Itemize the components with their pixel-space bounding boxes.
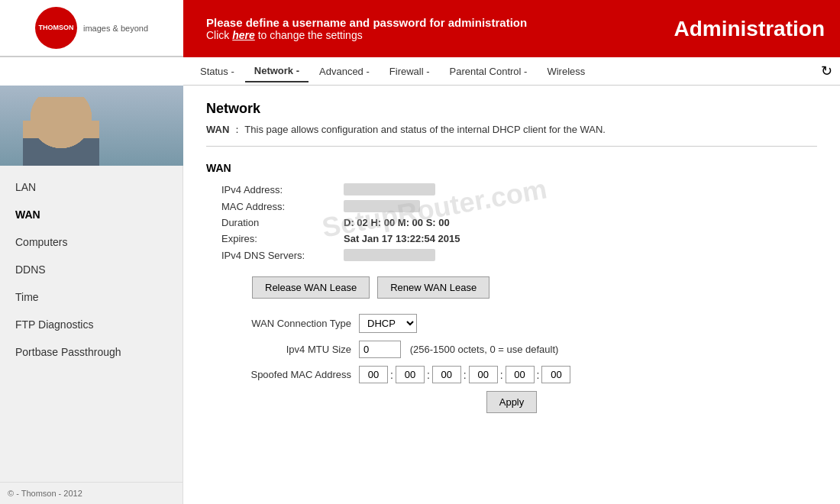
nav-advanced[interactable]: Advanced -	[310, 61, 379, 82]
ipv4-row: IPv4 Address:	[221, 183, 817, 195]
sidebar-item-wan[interactable]: WAN	[0, 201, 183, 228]
nav-wireless[interactable]: Wireless	[538, 61, 594, 82]
main-layout: LAN WAN Computers DDNS Time FTP Diagnost…	[0, 86, 840, 504]
here-link[interactable]: here	[232, 29, 255, 41]
release-wan-button[interactable]: Release WAN Lease	[252, 276, 370, 299]
nav-parental-control[interactable]: Parental Control -	[441, 61, 537, 82]
sidebar-image	[0, 86, 183, 166]
mac-octet-5[interactable]	[506, 366, 535, 383]
banner-line1: Please define a username and password fo…	[206, 16, 527, 29]
logo-tagline: images & beyond	[83, 24, 148, 33]
sidebar-footer: © - Thomson - 2012	[0, 482, 183, 504]
section-divider	[206, 146, 817, 147]
mac-octet-3[interactable]	[432, 366, 461, 383]
nav-more-icon[interactable]: ↻	[821, 63, 832, 79]
dns-value	[344, 249, 435, 261]
connection-type-row: WAN Connection Type DHCP Static PPPoE	[206, 314, 817, 333]
navbar: Status - Network - Advanced - Firewall -…	[183, 57, 840, 86]
connection-type-label: WAN Connection Type	[206, 318, 359, 329]
content-wrapper: SetupRouter.com Network WAN ： This page …	[206, 101, 817, 413]
apply-row: Apply	[206, 391, 817, 413]
connection-type-select[interactable]: DHCP Static PPPoE	[359, 314, 417, 333]
expires-value: Sat Jan 17 13:22:54 2015	[344, 233, 460, 244]
mac-octet-1[interactable]	[359, 366, 388, 383]
mtu-control: (256-1500 octets, 0 = use default)	[359, 341, 558, 358]
duration-label: Duration	[221, 217, 344, 228]
mac-row: MAC Address:	[221, 200, 817, 212]
banner-line2: Click here to change the settings	[206, 29, 527, 41]
sidebar-item-ddns[interactable]: DDNS	[0, 256, 183, 283]
header-message: Please define a username and password fo…	[206, 16, 527, 41]
mac-octet-2[interactable]	[396, 366, 425, 383]
nav-firewall[interactable]: Firewall -	[380, 61, 439, 82]
page-desc-separator: ：	[232, 124, 242, 135]
connection-type-control: DHCP Static PPPoE	[359, 314, 417, 333]
ipv4-value	[344, 183, 435, 195]
sidebar-nav: LAN WAN Computers DDNS Time FTP Diagnost…	[0, 166, 183, 482]
apply-button[interactable]: Apply	[486, 391, 538, 413]
mac-spoof-label: Spoofed MAC Address	[206, 369, 359, 380]
mtu-label: Ipv4 MTU Size	[206, 344, 359, 355]
sidebar-item-computers[interactable]: Computers	[0, 228, 183, 256]
dns-label: IPv4 DNS Servers:	[221, 250, 344, 261]
header-banner: Please define a username and password fo…	[183, 0, 840, 57]
page-desc: WAN ： This page allows configuration and…	[206, 123, 817, 137]
header: THOMSON images & beyond Please define a …	[0, 0, 840, 57]
mac-octet-4[interactable]	[469, 366, 498, 383]
mac-octet-6[interactable]	[541, 366, 570, 383]
renew-wan-button[interactable]: Renew WAN Lease	[377, 276, 489, 299]
section-title: WAN	[206, 162, 817, 174]
sidebar-item-ftp[interactable]: FTP Diagnostics	[0, 311, 183, 338]
mtu-row: Ipv4 MTU Size (256-1500 octets, 0 = use …	[206, 341, 817, 358]
page-desc-label: WAN	[206, 124, 229, 135]
ipv4-label: IPv4 Address:	[221, 184, 344, 195]
duration-row: Duration D: 02 H: 00 M: 00 S: 00	[221, 217, 817, 228]
logo-brand: THOMSON	[39, 24, 74, 32]
logo-wrapper: THOMSON images & beyond	[35, 7, 148, 49]
mac-octets-row: : : : : :	[359, 366, 570, 383]
sidebar-item-lan[interactable]: LAN	[0, 173, 183, 201]
mac-spoof-row: Spoofed MAC Address : : : : :	[206, 366, 817, 383]
dns-row: IPv4 DNS Servers:	[221, 249, 817, 261]
mac-spoof-control: : : : : :	[359, 366, 570, 383]
duration-value: D: 02 H: 00 M: 00 S: 00	[344, 217, 450, 228]
wan-form: WAN Connection Type DHCP Static PPPoE Ip…	[206, 314, 817, 413]
sidebar-item-portbase[interactable]: Portbase Passthrough	[0, 338, 183, 366]
mtu-input[interactable]	[359, 341, 401, 358]
sidebar-item-time[interactable]: Time	[0, 283, 183, 311]
admin-title: Administration	[674, 17, 825, 41]
page-title: Network	[206, 101, 817, 117]
logo-area: THOMSON images & beyond	[0, 0, 183, 57]
expires-row: Expires: Sat Jan 17 13:22:54 2015	[221, 233, 817, 244]
sidebar: LAN WAN Computers DDNS Time FTP Diagnost…	[0, 86, 183, 504]
mac-value	[344, 200, 420, 212]
lease-buttons: Release WAN Lease Renew WAN Lease	[252, 276, 817, 299]
expires-label: Expires:	[221, 233, 344, 244]
content-area: SetupRouter.com Network WAN ： This page …	[183, 86, 840, 504]
nav-network[interactable]: Network -	[245, 60, 309, 82]
mac-label: MAC Address:	[221, 201, 344, 212]
page-desc-text: This page allows configuration and statu…	[244, 124, 606, 135]
nav-status[interactable]: Status -	[191, 61, 244, 82]
logo-icon: THOMSON	[35, 7, 77, 49]
mtu-hint: (256-1500 octets, 0 = use default)	[410, 344, 559, 355]
wan-info: IPv4 Address: MAC Address: Duration D: 0…	[221, 183, 817, 261]
